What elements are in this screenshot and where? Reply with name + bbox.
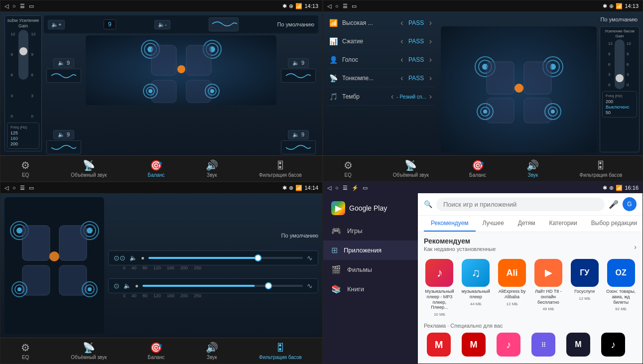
back-icon-q4[interactable]: ◁ — [327, 185, 331, 191]
setting-voice[interactable]: 👤 Голос ‹ PASS › — [326, 51, 435, 69]
nav-sound-label-q1: Звук — [207, 172, 217, 178]
app-card-sound[interactable]: ♪ — [494, 333, 523, 357]
tab-best[interactable]: Лучшее — [476, 216, 511, 232]
compress-left-arrow[interactable]: ‹ — [400, 37, 403, 46]
svg-rect-9 — [186, 80, 211, 103]
apps-label: Приложения — [344, 246, 382, 254]
nav-sound-q3[interactable]: 🔊 Звук — [206, 342, 218, 360]
home-icon-q2[interactable]: ○ — [335, 3, 339, 9]
speaker-wave-br[interactable] — [281, 140, 316, 154]
home-icon-q3[interactable]: ○ — [12, 185, 16, 191]
nav-balance-q2[interactable]: 🎯 Баланс — [469, 159, 486, 178]
back-icon-q3[interactable]: ◁ — [4, 185, 8, 191]
nav-surround-q2[interactable]: 📡 Объёмный звук — [393, 159, 429, 178]
vol-up-btn[interactable]: 🔈- — [154, 20, 170, 29]
app-card-social[interactable]: ⁝⁝ — [528, 333, 558, 357]
tab-categories[interactable]: Категории — [542, 216, 584, 232]
high-right-arrow[interactable]: › — [429, 18, 432, 27]
app-card-music1[interactable]: ♪ Музыкальный плеер - MP3 плеер, Плеер..… — [424, 259, 455, 317]
voice-left-arrow[interactable]: ‹ — [400, 55, 403, 64]
mic-button-play[interactable]: 🎤 — [609, 200, 619, 209]
app-card-ozon[interactable]: OZ Озон: товары, авиа, жд билеты 92 МБ — [605, 259, 637, 317]
play-menu-books[interactable]: 📚 Книги — [323, 279, 418, 299]
tab-recommend[interactable]: Рекомендуем — [424, 216, 476, 232]
app-card-lamoda[interactable]: ▶ Лайт HD T8 - онлайн бесплатно 49 МБ — [532, 259, 564, 317]
voice-label: Голос — [342, 56, 397, 63]
nav-filter-q1[interactable]: 🎛 Фильтрация басов — [259, 160, 302, 178]
app-card-tiktok[interactable]: ♪ — [598, 333, 628, 357]
menu-icon-q3[interactable]: ☰ — [20, 185, 25, 191]
nav-balance-label-q3: Баланс — [148, 355, 165, 360]
slider-icon-1: ⊙⊙ — [114, 254, 126, 262]
speaker-wave-tl[interactable] — [46, 69, 81, 83]
svg-rect-24 — [524, 62, 551, 94]
nav-surround-q1[interactable]: 📡 Объёмный звук — [71, 159, 107, 178]
nav-sound-q1[interactable]: 🔊 Звук — [206, 159, 218, 178]
gain-slider-q2[interactable] — [615, 39, 625, 89]
play-menu-apps[interactable]: ⊞ Приложения — [323, 241, 418, 260]
nav-balance-q3[interactable]: 🎯 Баланс — [148, 342, 165, 360]
svg-rect-26 — [524, 98, 551, 123]
timbre-left-arrow[interactable]: ‹ — [391, 92, 393, 101]
tone-left-arrow[interactable]: ‹ — [400, 74, 403, 83]
speaker-wave-tr[interactable] — [281, 69, 316, 83]
app-card-music2[interactable]: ♫ музыкальный плеер 44 МБ — [460, 259, 492, 317]
nav-surround-q3[interactable]: 📡 Объёмный звук — [71, 342, 107, 360]
back-icon-q1[interactable]: ◁ — [4, 3, 8, 9]
play-section: Рекомендуем Как недавно установленные › … — [418, 232, 643, 364]
speaker-wave-bl[interactable] — [46, 140, 81, 154]
compress-right-arrow[interactable]: › — [429, 37, 432, 46]
home-icon-q4[interactable]: ○ — [335, 185, 339, 191]
menu-icon-q4[interactable]: ☰ — [343, 185, 348, 191]
ad-label: Реклама · Специально для вас — [424, 323, 637, 329]
menu-icon-q1[interactable]: ☰ — [20, 3, 25, 9]
setting-high[interactable]: 📶 Высокая ... ‹ PASS › — [326, 14, 435, 32]
vol-down-btn[interactable]: 🔈+ — [48, 20, 65, 29]
section-arrow[interactable]: › — [634, 243, 637, 251]
range-slider-1[interactable] — [148, 257, 303, 259]
play-menu-games[interactable]: 🎮 Игры — [323, 221, 418, 241]
app-card-market[interactable]: М — [459, 333, 489, 357]
svg-point-27 — [514, 84, 523, 93]
setting-compress[interactable]: 📊 Сжатие ‹ PASS › — [326, 33, 435, 50]
bluetooth-icon-q2: ✱ — [603, 3, 607, 9]
play-search-input[interactable] — [436, 198, 605, 211]
play-menu-movies[interactable]: 🎬 Фильмы — [323, 260, 418, 279]
nav-eq-q3[interactable]: ⚙ EQ — [21, 342, 30, 360]
home-icon-q1[interactable]: ○ — [12, 3, 16, 9]
setting-timbre[interactable]: 🎵 Тембр ‹ - Резкий сп... › — [326, 88, 435, 106]
nav-filter-q3[interactable]: 🎛 Фильтрация басов — [259, 342, 302, 360]
car-speaker-visual-q3 — [4, 197, 104, 334]
nav-filter-q2[interactable]: 🎛 Фильтрация басов — [580, 160, 623, 178]
nav-sound-q2[interactable]: 🔊 Звук — [526, 159, 539, 178]
nav-eq-q1[interactable]: ⚙ EQ — [21, 159, 30, 178]
back-icon-q2[interactable]: ◁ — [327, 3, 331, 9]
tab-kids[interactable]: Детям — [511, 216, 542, 232]
app-icon-metro: M — [427, 333, 451, 357]
menu-icon-q2[interactable]: ☰ — [343, 3, 348, 9]
app-card-metro[interactable]: M — [424, 333, 454, 357]
app-card-ali[interactable]: Ali AliExpress by Alibaba 12 МБ — [497, 259, 528, 317]
wave-btn-top[interactable] — [209, 17, 239, 31]
gain-slider-left[interactable] — [18, 30, 28, 80]
app-card-gosuslugi[interactable]: ГУ Госуслуги 12 МБ — [569, 259, 600, 317]
high-left-arrow[interactable]: ‹ — [400, 18, 403, 27]
setting-tone[interactable]: 📡 Тонкомпе... ‹ PASS › — [326, 70, 435, 87]
tab-editors[interactable]: Выбор редакции — [584, 216, 643, 232]
nav-sound-label-q2: Звук — [528, 172, 538, 178]
range-slider-2[interactable] — [142, 285, 303, 287]
gain-panel-left: subw УсилениеGain 12 9 6 3 0 12 9 6 3 — [4, 15, 42, 151]
app-card-dark[interactable]: M — [563, 333, 593, 357]
vol-icon-1: 🔈 — [129, 254, 137, 261]
bottom-nav-q2: ⚙ EQ 📡 Объёмный звук 🎯 Баланс 🔊 Звук 🎛 Ф… — [323, 155, 643, 181]
timbre-right-arrow[interactable]: › — [429, 92, 432, 101]
nav-balance-q1[interactable]: 🎯 Баланс — [148, 159, 165, 178]
nav-eq-q2[interactable]: ⚙ EQ — [344, 159, 353, 178]
tone-right-arrow[interactable]: › — [429, 74, 432, 83]
wifi-icon-q3: 📶 — [295, 185, 302, 191]
app-icon-lamoda: ▶ — [534, 259, 562, 287]
svg-point-37 — [16, 228, 22, 234]
voice-value: PASS — [406, 56, 426, 63]
compress-label: Сжатие — [342, 38, 397, 45]
voice-right-arrow[interactable]: › — [429, 55, 432, 64]
